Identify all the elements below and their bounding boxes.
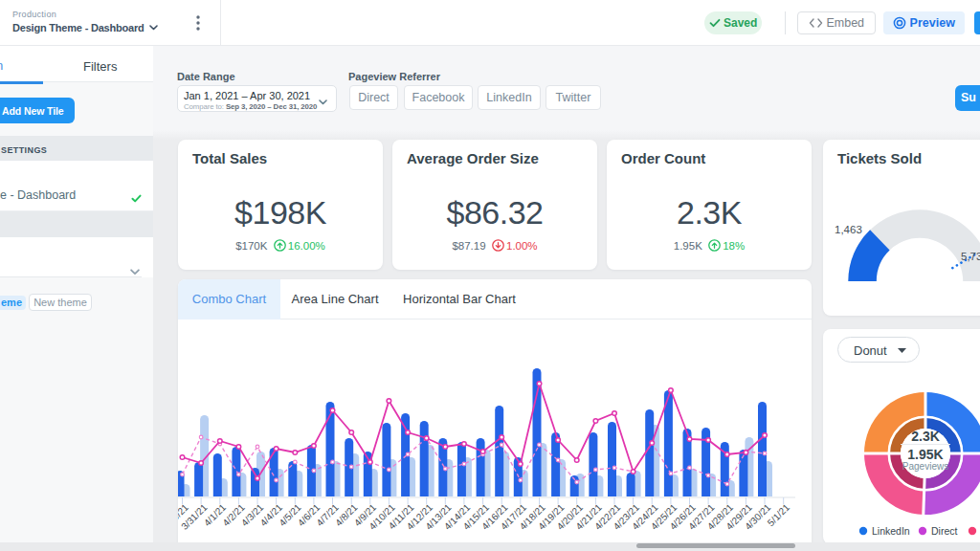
svg-text:5/1/21: 5/1/21: [766, 501, 792, 528]
svg-text:2.3K: 2.3K: [911, 429, 940, 444]
svg-text:LinkedIn: LinkedIn: [872, 525, 910, 537]
svg-text:1.95K: 1.95K: [907, 447, 943, 462]
svg-text:Pageviews: Pageviews: [902, 461, 948, 472]
svg-text:5,736: 5,736: [961, 251, 980, 262]
svg-text:Direct: Direct: [931, 525, 958, 537]
svg-text:1,463: 1,463: [835, 224, 862, 235]
